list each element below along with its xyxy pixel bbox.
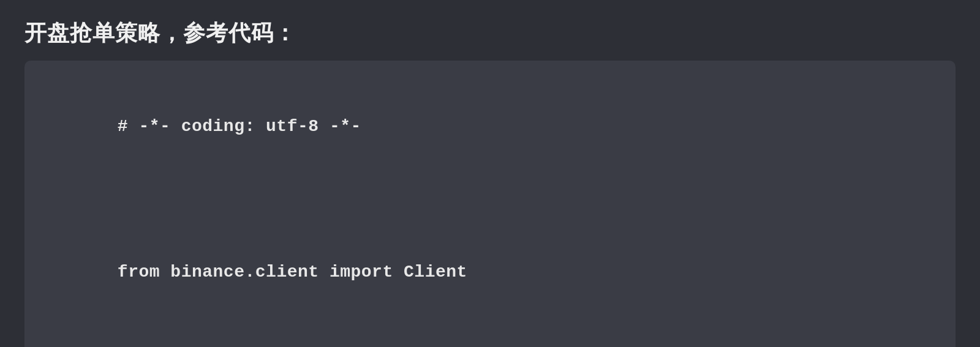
code-line-1: # -*- coding: utf-8 -*- xyxy=(118,117,361,136)
code-container: # -*- coding: utf-8 -*- from binance.cli… xyxy=(24,61,956,347)
page-wrapper: 开盘抢单策略，参考代码： # -*- coding: utf-8 -*- fro… xyxy=(24,18,956,347)
page-title: 开盘抢单策略，参考代码： xyxy=(24,18,956,48)
code-block: # -*- coding: utf-8 -*- from binance.cli… xyxy=(54,83,926,347)
code-line-3: from binance.client import Client xyxy=(118,263,467,282)
